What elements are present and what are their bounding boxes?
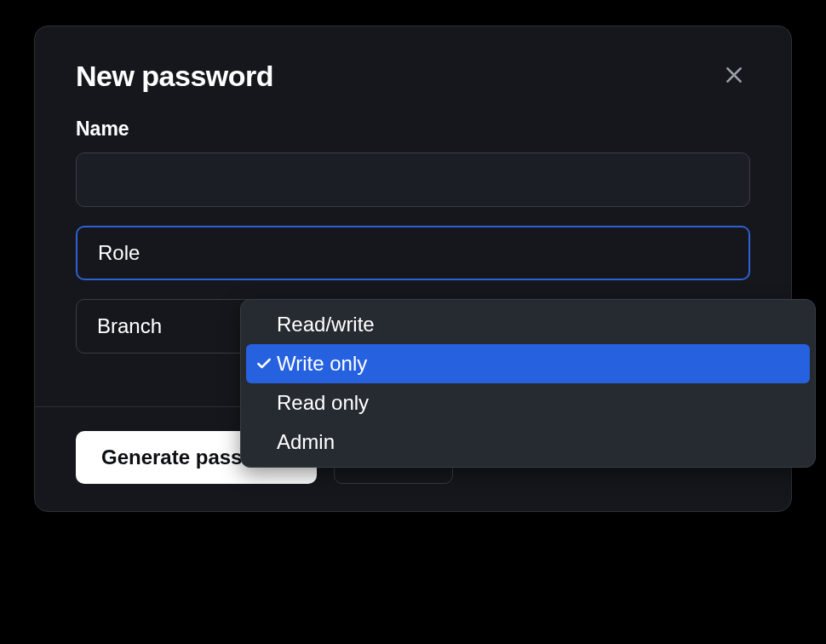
role-dropdown: Read/write Write only Read only (240, 299, 816, 468)
modal-body: Name Role Read/write (35, 118, 791, 406)
dropdown-option-read-write[interactable]: Read/write (246, 305, 810, 344)
dropdown-option-admin[interactable]: Admin (246, 423, 810, 462)
dropdown-option-label: Write only (277, 352, 367, 376)
check-icon (255, 354, 273, 373)
dropdown-option-write-only[interactable]: Write only (246, 344, 810, 383)
check-icon (255, 315, 273, 334)
role-label: Role (77, 241, 160, 265)
dropdown-option-read-only[interactable]: Read only (246, 383, 810, 423)
dropdown-option-label: Admin (277, 430, 335, 454)
branch-label: Branch (77, 314, 182, 338)
name-label: Name (76, 118, 750, 141)
close-icon (723, 64, 745, 89)
modal-title: New password (76, 60, 273, 93)
role-select[interactable]: Role (76, 226, 750, 280)
check-icon (255, 394, 273, 412)
role-field-group: Role (76, 226, 750, 280)
check-icon (255, 433, 273, 451)
dropdown-option-label: Read only (277, 391, 369, 415)
name-input[interactable] (76, 152, 750, 207)
dropdown-option-label: Read/write (277, 313, 375, 336)
role-select-value (160, 227, 749, 279)
new-password-modal: New password Name Role (34, 26, 792, 512)
modal-header: New password (35, 26, 791, 118)
close-button[interactable] (718, 59, 750, 94)
name-field-group: Name (76, 118, 750, 207)
